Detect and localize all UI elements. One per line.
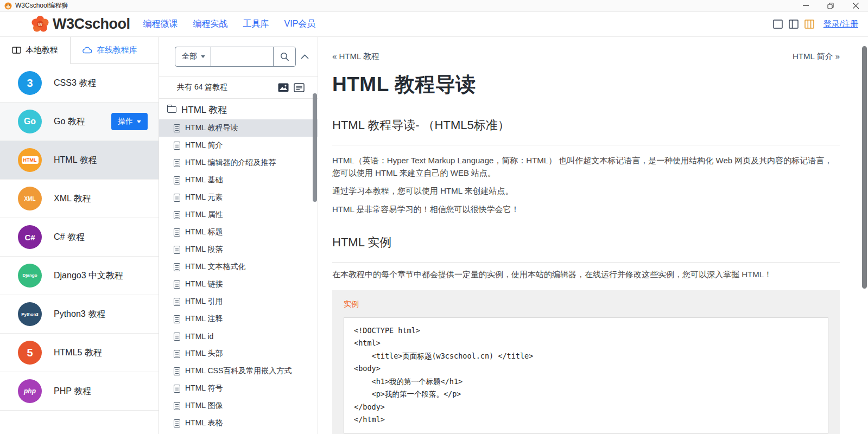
chapter-item[interactable]: HTML id — [159, 328, 318, 345]
content-scrollbar[interactable] — [862, 46, 867, 289]
catalog-section-title: HTML 教程 — [181, 104, 227, 116]
nav-item-shizhan[interactable]: 编程实战 — [193, 18, 228, 30]
paragraph: HTML（英语：Hyper Text Markup Language，简称：HT… — [332, 155, 840, 179]
image-view-icon[interactable] — [278, 83, 289, 92]
chevron-up-icon[interactable] — [301, 54, 309, 59]
document-icon — [174, 159, 180, 167]
chapter-item[interactable]: HTML 头部 — [159, 345, 318, 362]
python3-tutorial-icon: Python3 — [18, 302, 42, 326]
document-icon — [174, 367, 180, 375]
search-button[interactable] — [273, 47, 295, 66]
chapter-item[interactable]: HTML CSS百科及常用嵌入方式 — [159, 362, 318, 380]
document-icon — [174, 350, 180, 358]
document-icon — [174, 228, 180, 237]
top-navigation: 编程微课 编程实战 工具库 VIP会员 — [143, 18, 316, 30]
tutorial-count: 共有 64 篇教程 — [177, 82, 227, 92]
text-view-icon[interactable] — [294, 83, 305, 92]
django3-tutorial-icon: Django — [18, 264, 42, 288]
sidebar-item-php[interactable]: php PHP 教程 — [0, 372, 159, 411]
document-icon — [174, 298, 180, 306]
sidebar-item-html[interactable]: HTML HTML 教程 — [0, 141, 159, 180]
w3cschool-logo[interactable]: W W3Cschool — [30, 14, 130, 35]
sidebar-tabs: 本地教程 在线教程库 — [0, 37, 159, 64]
tab-label: 在线教程库 — [97, 45, 137, 55]
restore-button[interactable] — [818, 0, 843, 11]
document-icon — [174, 385, 180, 393]
book-icon — [12, 47, 21, 54]
tutorial-sidebar: 本地教程 在线教程库 3 CSS3 教程 Go Go 教程 操作 HTML HT… — [0, 37, 159, 434]
go-tutorial-icon: Go — [18, 110, 42, 133]
chapter-item[interactable]: HTML 表格 — [159, 414, 318, 432]
document-icon — [174, 194, 180, 202]
sidebar-item-xml[interactable]: XML XML 教程 — [0, 180, 159, 218]
two-pane-icon[interactable] — [789, 20, 799, 29]
sidebar-item-django3[interactable]: Django Django3 中文教程 — [0, 257, 159, 295]
chapter-item[interactable]: HTML 引用 — [159, 293, 318, 310]
chapter-item[interactable]: HTML 基础 — [159, 171, 318, 189]
chapter-item[interactable]: HTML 编辑器的介绍及推荐 — [159, 154, 318, 171]
section-heading: HTML 实例 — [332, 234, 840, 251]
php-tutorial-icon: php — [18, 379, 42, 403]
cloud-icon — [83, 47, 92, 54]
sidebar-item-css3[interactable]: 3 CSS3 教程 — [0, 64, 159, 103]
double-chevron-right-icon: » — [835, 52, 840, 61]
login-register-link[interactable]: 登录/注册 — [823, 19, 858, 29]
chapter-item[interactable]: HTML 属性 — [159, 206, 318, 224]
chapter-item[interactable]: HTML 文本格式化 — [159, 258, 318, 276]
example-box: 实例 <!DOCTYPE html> <html> <title>页面标题(w3… — [332, 290, 840, 434]
sidebar-item-go[interactable]: Go Go 教程 操作 — [0, 103, 159, 141]
chapter-catalog: 全部 共有 64 篇教程 — [159, 37, 318, 434]
caret-down-icon — [201, 55, 205, 58]
three-pane-icon[interactable] — [804, 20, 814, 29]
catalog-section-header[interactable]: HTML 教程 — [159, 100, 318, 119]
html5-tutorial-icon: 5 — [18, 341, 42, 365]
document-icon — [174, 263, 180, 271]
search-bar: 全部 — [175, 47, 296, 67]
chapter-item[interactable]: HTML 注释 — [159, 310, 318, 328]
document-icon — [174, 280, 180, 289]
chapter-item[interactable]: HTML 符号 — [159, 380, 318, 397]
nav-item-tools[interactable]: 工具库 — [243, 18, 269, 30]
logo-flower-icon: W — [30, 14, 50, 35]
chapter-item[interactable]: HTML 教程导读 — [159, 119, 318, 137]
chapter-item[interactable]: HTML 元素 — [159, 189, 318, 206]
nav-item-weike[interactable]: 编程微课 — [143, 18, 178, 30]
double-chevron-left-icon: « — [332, 52, 337, 61]
nav-item-vip[interactable]: VIP会员 — [284, 18, 316, 30]
divider — [332, 145, 840, 145]
search-filter-dropdown[interactable]: 全部 — [175, 47, 211, 66]
folder-icon — [167, 106, 176, 113]
document-icon — [174, 315, 180, 323]
single-pane-icon[interactable] — [773, 20, 783, 29]
chapter-item[interactable]: HTML 简介 — [159, 137, 318, 154]
sidebar-item-python3[interactable]: Python3 Python3 教程 — [0, 295, 159, 334]
app-lion-icon — [4, 2, 12, 10]
paragraph: HTML 是非常容易学习的！相信您可以很快学会它！ — [332, 203, 840, 216]
chapter-item[interactable]: HTML 标题 — [159, 224, 318, 241]
code-block: <!DOCTYPE html> <html> <title>页面标题(w3csc… — [344, 317, 828, 433]
minimize-button[interactable] — [793, 0, 818, 11]
caret-down-icon — [137, 120, 141, 123]
sidebar-item-html5[interactable]: 5 HTML5 教程 — [0, 334, 159, 372]
document-icon — [174, 142, 180, 150]
csharp-tutorial-icon: C# — [18, 225, 42, 249]
sidebar-item-csharp[interactable]: C# C# 教程 — [0, 218, 159, 257]
tab-online-library[interactable]: 在线教程库 — [71, 37, 149, 63]
next-chapter-link[interactable]: HTML 简介 » — [793, 52, 840, 62]
prev-chapter-link[interactable]: « HTML 教程 — [332, 52, 379, 62]
chapter-item[interactable]: HTML 图像 — [159, 397, 318, 414]
tab-local-tutorials[interactable]: 本地教程 — [0, 37, 71, 64]
search-input[interactable] — [211, 47, 273, 66]
paragraph: 通过学习本教程，您可以使用 HTML 来创建站点。 — [332, 185, 840, 197]
close-button[interactable] — [843, 0, 868, 11]
paragraph: 在本教程中的每个章节中都会提供一定量的实例，使用本站的编辑器，在线运行并修改这些… — [332, 269, 840, 281]
svg-text:W: W — [38, 22, 43, 27]
action-dropdown-button[interactable]: 操作 — [111, 113, 148, 130]
example-label: 实例 — [344, 299, 828, 309]
chapter-item[interactable]: HTML 段落 — [159, 241, 318, 258]
chapter-item[interactable]: HTML 链接 — [159, 276, 318, 293]
search-icon — [280, 52, 289, 61]
section-heading: HTML 教程导读- （HTML5标准） — [332, 117, 840, 133]
catalog-scrollbar[interactable] — [313, 93, 317, 202]
article-title: HTML 教程导读 — [332, 71, 840, 98]
